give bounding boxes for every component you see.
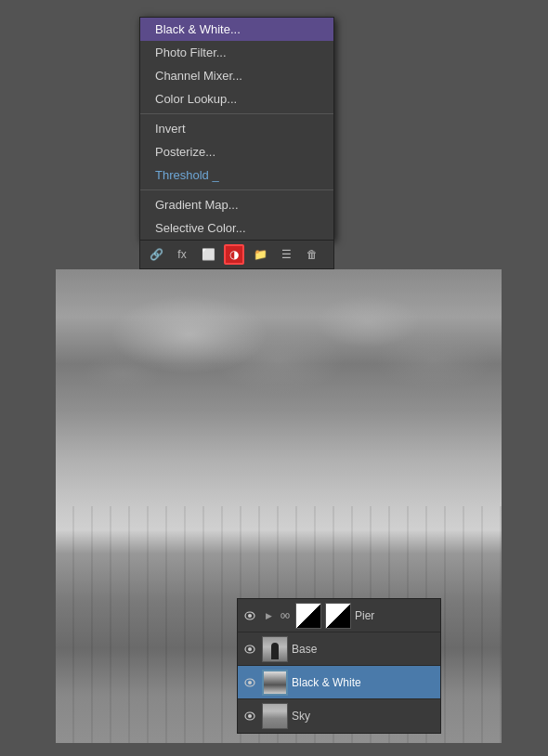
layer-row-pier[interactable]: ▶Pier xyxy=(238,599,440,632)
delete-icon[interactable]: 🗑 xyxy=(302,244,322,265)
layer-thumb-sky xyxy=(262,703,288,729)
visibility-icon-base[interactable] xyxy=(241,641,258,658)
sky-layer xyxy=(56,269,502,530)
expand-icon-pier[interactable]: ▶ xyxy=(262,609,275,622)
layer-name-sky: Sky xyxy=(292,710,437,723)
mask-icon[interactable]: ⬜ xyxy=(198,244,218,265)
svg-rect-2 xyxy=(281,613,284,618)
layer-thumb-black-white xyxy=(262,670,288,696)
menu-item-threshold[interactable]: Threshold _ xyxy=(140,163,333,187)
mask-thumb-pier xyxy=(325,603,351,629)
folder-icon[interactable]: 📁 xyxy=(250,244,270,265)
dropdown-menu-container: Black & White...Photo Filter...Channel M… xyxy=(139,17,381,269)
svg-point-10 xyxy=(248,714,252,718)
link-icon-pier xyxy=(279,609,292,622)
menu-item-channel-mixer[interactable]: Channel Mixer... xyxy=(140,64,333,87)
visibility-icon-black-white[interactable] xyxy=(241,674,258,691)
layer-thumb-base xyxy=(262,636,288,662)
svg-rect-3 xyxy=(286,613,289,618)
visibility-icon-sky[interactable] xyxy=(241,708,258,724)
menu-item-gradient-map[interactable]: Gradient Map... xyxy=(140,193,333,216)
layer-thumb-pier xyxy=(295,603,321,629)
svg-point-6 xyxy=(248,647,252,651)
menu-item-posterize[interactable]: Posterize... xyxy=(140,140,333,163)
menu-item-photo-filter[interactable]: Photo Filter... xyxy=(140,41,333,64)
layer-name-pier: Pier xyxy=(355,609,437,622)
layer-row-black-white[interactable]: Black & White xyxy=(238,666,440,699)
menu-item-invert[interactable]: Invert xyxy=(140,117,333,140)
visibility-icon-pier[interactable] xyxy=(241,607,258,624)
menu-item-selective-color[interactable]: Selective Color... xyxy=(140,216,333,240)
layer-toolbar: 🔗fx⬜◑📁☰🗑 xyxy=(139,241,334,269)
layer-row-sky[interactable]: Sky xyxy=(238,699,440,733)
layer-row-base[interactable]: Base xyxy=(238,632,440,666)
adjustment-icon[interactable]: ◑ xyxy=(224,244,244,265)
menu-divider-4 xyxy=(140,113,333,114)
adjustment-dropdown: Black & White...Photo Filter...Channel M… xyxy=(139,17,334,241)
svg-point-8 xyxy=(248,681,252,684)
menu-item-color-lookup[interactable]: Color Lookup... xyxy=(140,87,333,111)
menu-divider-7 xyxy=(140,189,333,190)
link-icon[interactable]: 🔗 xyxy=(146,244,166,265)
menu-item-black-white[interactable]: Black & White... xyxy=(140,18,333,41)
layer-icon[interactable]: ☰ xyxy=(276,244,296,265)
layer-name-black-white: Black & White xyxy=(292,676,437,689)
svg-point-1 xyxy=(248,614,252,618)
layer-name-base: Base xyxy=(292,643,437,656)
fx-icon[interactable]: fx xyxy=(172,244,192,265)
layers-panel: ▶PierBaseBlack & WhiteSky xyxy=(237,598,441,734)
canvas-area: ▶PierBaseBlack & WhiteSky xyxy=(56,269,502,743)
